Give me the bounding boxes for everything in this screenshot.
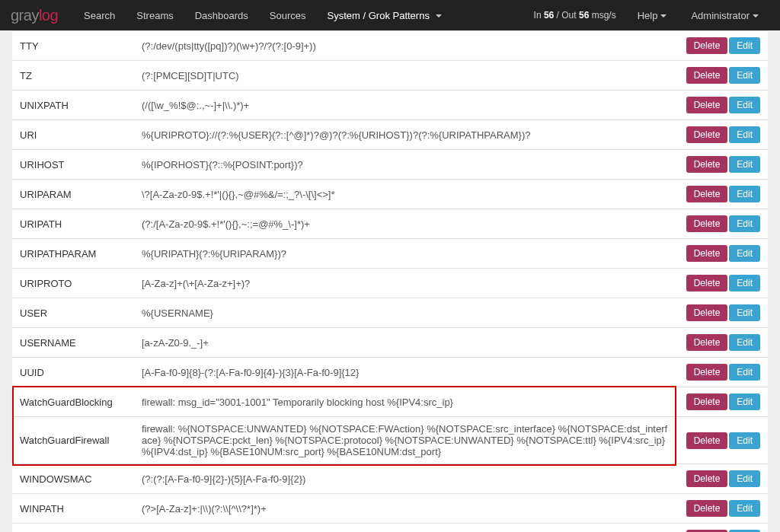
throughput-stats: In 56 / Out 56 msg/s xyxy=(534,10,616,21)
row-actions: DeleteEdit xyxy=(676,239,768,269)
table-row: URIPARAM\?[A-Za-z0-9$.+!*'|(){},~@#%&/=:… xyxy=(12,180,768,209)
pattern-value: (?:(?:[A-Fa-f0-9]{2}-){5}[A-Fa-f0-9]{2}) xyxy=(134,464,676,494)
pattern-value: firewall: msg_id="3001-1001" Temporarily… xyxy=(134,387,676,417)
delete-button[interactable]: Delete xyxy=(686,364,728,381)
table-row: URIHOST%{IPORHOST}(?::%{POSINT:port})?De… xyxy=(12,150,768,180)
grok-patterns-table: TTY(?:/dev/(pts|tty([pq])?)(\w+)?/?(?:[0… xyxy=(12,30,768,532)
table-row: URIPATHPARAM%{URIPATH}(?:%{URIPARAM})?De… xyxy=(12,239,768,269)
delete-button[interactable]: Delete xyxy=(686,126,728,143)
user-label: Administrator xyxy=(691,10,750,21)
edit-button[interactable]: Edit xyxy=(729,67,760,84)
pattern-name: USER xyxy=(12,298,134,328)
edit-button[interactable]: Edit xyxy=(729,275,760,291)
edit-button[interactable]: Edit xyxy=(729,215,760,232)
navbar: graylog SearchStreamsDashboardsSourcesSy… xyxy=(0,0,780,30)
chevron-down-icon xyxy=(436,14,442,18)
pattern-name: WINPATH xyxy=(12,494,134,524)
pattern-name: URIPATH xyxy=(12,209,134,239)
delete-button[interactable]: Delete xyxy=(686,432,728,449)
pattern-value: [a-zA-Z0-9._-]+ xyxy=(134,328,676,358)
edit-button[interactable]: Edit xyxy=(729,304,760,321)
delete-button[interactable]: Delete xyxy=(686,97,728,113)
row-actions: DeleteEdit xyxy=(676,298,768,328)
edit-button[interactable]: Edit xyxy=(729,393,760,410)
nav-link-system-grok-patterns[interactable]: System / Grok Patterns xyxy=(317,2,452,29)
table-row: WINDOWSMAC(?:(?:[A-Fa-f0-9]{2}-){5}[A-Fa… xyxy=(12,464,768,494)
pattern-value: %{URIPATH}(?:%{URIPARAM})? xyxy=(134,239,676,269)
pattern-value: [A-Fa-f0-9]{8}-(?:[A-Fa-f0-9]{4}-){3}[A-… xyxy=(134,358,676,387)
grok-patterns-table-container: TTY(?:/dev/(pts|tty([pq])?)(\w+)?/?(?:[0… xyxy=(12,30,768,532)
help-menu[interactable]: Help xyxy=(627,2,678,29)
table-row: WINPATH(?>[A-Za-z]+:|\\)(?:\\[^\\?*]*)+D… xyxy=(12,494,768,524)
delete-button[interactable]: Delete xyxy=(686,275,728,291)
pattern-value: (?:[PMCE][SD]T|UTC) xyxy=(134,61,676,91)
pattern-value: \?[A-Za-z0-9$.+!*'|(){},~@#%&/=:;_?\-\[\… xyxy=(134,180,676,209)
delete-button[interactable]: Delete xyxy=(686,37,728,54)
pattern-value: (/([\w_%!$@:.,~-]+|\\.)*)+ xyxy=(134,91,676,120)
pattern-name: WORD xyxy=(12,524,134,533)
delete-button[interactable]: Delete xyxy=(686,186,728,202)
pattern-value: \b\w+\b xyxy=(134,524,676,533)
delete-button[interactable]: Delete xyxy=(686,393,728,410)
row-actions: DeleteEdit xyxy=(676,328,768,358)
stats-in-label: In xyxy=(534,10,544,21)
table-row: TTY(?:/dev/(pts|tty([pq])?)(\w+)?/?(?:[0… xyxy=(12,31,768,61)
edit-button[interactable]: Edit xyxy=(729,37,760,54)
nav-link-streams[interactable]: Streams xyxy=(126,2,184,29)
delete-button[interactable]: Delete xyxy=(686,156,728,173)
row-actions: DeleteEdit xyxy=(676,180,768,209)
edit-button[interactable]: Edit xyxy=(729,432,760,449)
pattern-name: USERNAME xyxy=(12,328,134,358)
nav-link-dashboards[interactable]: Dashboards xyxy=(184,2,259,29)
row-actions: DeleteEdit xyxy=(676,31,768,61)
nav-link-sources[interactable]: Sources xyxy=(259,2,317,29)
edit-button[interactable]: Edit xyxy=(729,334,760,351)
user-menu[interactable]: Administrator xyxy=(680,2,769,29)
delete-button[interactable]: Delete xyxy=(686,500,728,517)
table-row: URI%{URIPROTO}://(?:%{USER}(?::[^@]*)?@)… xyxy=(12,120,768,150)
table-row: WORD\b\w+\bDeleteEdit xyxy=(12,524,768,533)
pattern-value: %{URIPROTO}://(?:%{USER}(?::[^@]*)?@)?(?… xyxy=(134,120,676,150)
edit-button[interactable]: Edit xyxy=(729,126,760,143)
row-actions: DeleteEdit xyxy=(676,91,768,120)
edit-button[interactable]: Edit xyxy=(729,97,760,113)
stats-out-value: 56 xyxy=(579,10,589,21)
delete-button[interactable]: Delete xyxy=(686,215,728,232)
pattern-value: (?:/dev/(pts|tty([pq])?)(\w+)?/?(?:[0-9]… xyxy=(134,31,676,61)
logo-text-pre: gray xyxy=(11,7,39,24)
delete-button[interactable]: Delete xyxy=(686,470,728,487)
table-row: WatchGuardFirewallfirewall: %{NOTSPACE:U… xyxy=(12,417,768,464)
table-row: TZ(?:[PMCE][SD]T|UTC)DeleteEdit xyxy=(12,61,768,91)
delete-button[interactable]: Delete xyxy=(686,334,728,351)
pattern-value: (?>[A-Za-z]+:|\\)(?:\\[^\\?*]*)+ xyxy=(134,494,676,524)
nav-links: SearchStreamsDashboardsSourcesSystem / G… xyxy=(73,2,533,29)
chevron-down-icon xyxy=(753,14,759,18)
edit-button[interactable]: Edit xyxy=(729,186,760,202)
delete-button[interactable]: Delete xyxy=(686,304,728,321)
pattern-name: TTY xyxy=(12,31,134,61)
edit-button[interactable]: Edit xyxy=(729,364,760,381)
row-actions: DeleteEdit xyxy=(676,209,768,239)
nav-link-search[interactable]: Search xyxy=(73,2,126,29)
pattern-value: %{USERNAME} xyxy=(134,298,676,328)
edit-button[interactable]: Edit xyxy=(729,500,760,517)
stats-out-label: / Out xyxy=(554,10,579,21)
edit-button[interactable]: Edit xyxy=(729,156,760,173)
nav-right: In 56 / Out 56 msg/s Help Administrator xyxy=(534,2,769,29)
pattern-name: WINDOWSMAC xyxy=(12,464,134,494)
delete-button[interactable]: Delete xyxy=(686,245,728,262)
table-row: URIPROTO[A-Za-z]+(\+[A-Za-z+]+)?DeleteEd… xyxy=(12,269,768,298)
row-actions: DeleteEdit xyxy=(676,61,768,91)
row-actions: DeleteEdit xyxy=(676,120,768,150)
edit-button[interactable]: Edit xyxy=(729,245,760,262)
pattern-name: URIPROTO xyxy=(12,269,134,298)
delete-button[interactable]: Delete xyxy=(686,67,728,84)
table-row: WatchGuardBlockingfirewall: msg_id="3001… xyxy=(12,387,768,417)
pattern-name: WatchGuardFirewall xyxy=(12,417,134,464)
edit-button[interactable]: Edit xyxy=(729,470,760,487)
logo[interactable]: graylog xyxy=(11,7,58,24)
chevron-down-icon xyxy=(660,14,667,18)
row-actions: DeleteEdit xyxy=(676,524,768,533)
pattern-name: URIPARAM xyxy=(12,180,134,209)
table-row: UUID[A-Fa-f0-9]{8}-(?:[A-Fa-f0-9]{4}-){3… xyxy=(12,358,768,387)
